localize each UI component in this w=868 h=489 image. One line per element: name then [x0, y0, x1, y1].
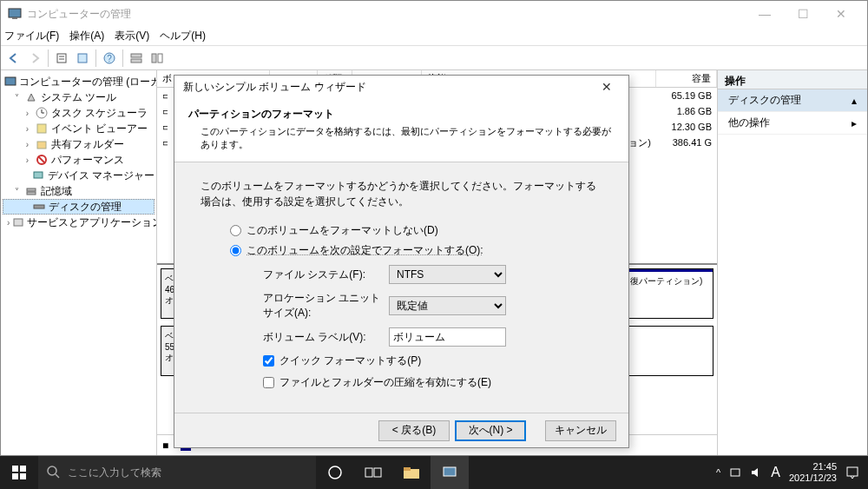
- compress-row[interactable]: ファイルとフォルダーの圧縮を有効にする(E): [263, 375, 602, 390]
- menu-help[interactable]: ヘルプ(H): [160, 29, 206, 43]
- tree-event-viewer[interactable]: ›イベント ビューアー: [3, 121, 155, 136]
- minimize-button[interactable]: —: [746, 2, 784, 26]
- collapse-icon: ▴: [852, 95, 857, 107]
- filesystem-select[interactable]: NTFS: [389, 265, 506, 284]
- nav-tree[interactable]: コンピューターの管理 (ローカル) ˅システム ツール ›タスク スケジューラ …: [1, 70, 157, 455]
- actions-disk-management[interactable]: ディスクの管理 ▴: [718, 89, 867, 112]
- chevron-right-icon: ▸: [852, 117, 857, 129]
- task-view-icon[interactable]: [354, 456, 392, 489]
- svg-point-29: [48, 466, 56, 475]
- radio-no-format-row[interactable]: このボリュームをフォーマットしない(D): [230, 223, 602, 238]
- volume-label-input[interactable]: [389, 327, 506, 347]
- forward-button[interactable]: [25, 49, 44, 68]
- tree-system-tools[interactable]: ˅システム ツール: [3, 89, 155, 105]
- svg-rect-2: [57, 54, 66, 63]
- allocation-select[interactable]: 既定値: [389, 296, 506, 315]
- disk-0-recovery-partition[interactable]: 復パーティション): [626, 269, 713, 318]
- format-partition-dialog: 新しいシンプル ボリューム ウィザード ✕ パーティションのフォーマット このパ…: [174, 75, 629, 448]
- back-button[interactable]: < 戻る(B): [378, 420, 450, 441]
- window-title: コンピューターの管理: [27, 7, 746, 22]
- view-button-1[interactable]: [127, 49, 146, 68]
- quick-format-checkbox[interactable]: [263, 355, 274, 367]
- menu-view[interactable]: 表示(V): [115, 29, 149, 43]
- radio-no-format[interactable]: [230, 225, 241, 236]
- compress-checkbox[interactable]: [263, 377, 274, 388]
- volume-icon[interactable]: [750, 466, 762, 479]
- dialog-header: パーティションのフォーマット このパーティションにデータを格納するには、最初にパ…: [174, 98, 628, 162]
- svg-rect-28: [20, 473, 26, 479]
- radio-no-format-label: このボリュームをフォーマットしない(D): [247, 223, 438, 238]
- tree-disk-management[interactable]: ディスクの管理: [3, 199, 155, 215]
- svg-rect-36: [444, 467, 456, 476]
- tree-root[interactable]: コンピューターの管理 (ローカル): [3, 74, 155, 89]
- radio-format-label: このボリュームを次の設定でフォーマットする(O):: [247, 243, 483, 258]
- system-tray[interactable]: ^ A 21:45 2021/12/23: [707, 461, 868, 484]
- start-button[interactable]: [0, 456, 38, 489]
- dialog-titlebar: 新しいシンプル ボリューム ウィザード ✕: [174, 76, 628, 98]
- volume-label-row: ボリューム ラベル(V):: [263, 327, 602, 347]
- svg-rect-20: [34, 172, 43, 178]
- computer-management-icon[interactable]: [431, 456, 469, 489]
- search-placeholder: ここに入力して検索: [68, 466, 161, 480]
- allocation-row: アロケーション ユニット サイズ(A): 既定値: [263, 291, 602, 320]
- cortana-icon[interactable]: [316, 456, 354, 489]
- maximize-button[interactable]: ☐: [784, 2, 822, 26]
- svg-rect-26: [20, 466, 26, 472]
- quick-format-row[interactable]: クイック フォーマットする(P): [263, 354, 602, 368]
- svg-rect-38: [847, 467, 858, 476]
- tree-task-scheduler[interactable]: ›タスク スケジューラ: [3, 105, 155, 121]
- tree-device-manager[interactable]: デバイス マネージャー: [3, 168, 155, 183]
- radio-format-row[interactable]: このボリュームを次の設定でフォーマットする(O):: [230, 243, 602, 258]
- actions-other[interactable]: 他の操作 ▸: [718, 112, 867, 135]
- svg-rect-32: [365, 468, 372, 477]
- menu-action[interactable]: 操作(A): [69, 29, 104, 43]
- help-button[interactable]: ?: [100, 49, 119, 68]
- view-button-2[interactable]: [148, 49, 167, 68]
- network-icon[interactable]: [729, 466, 741, 479]
- tree-storage[interactable]: ˅記憶域: [3, 183, 155, 199]
- radio-format[interactable]: [230, 245, 241, 256]
- properties-button[interactable]: [52, 49, 71, 68]
- search-icon: [47, 466, 61, 479]
- tree-shared-folders[interactable]: ›共有フォルダー: [3, 136, 155, 152]
- svg-point-31: [329, 466, 341, 479]
- svg-line-30: [56, 474, 59, 478]
- volume-label-label: ボリューム ラベル(V):: [263, 330, 389, 345]
- explorer-icon[interactable]: [392, 456, 431, 489]
- dialog-title: 新しいシンプル ボリューム ウィザード: [183, 80, 594, 95]
- svg-rect-21: [27, 188, 36, 191]
- svg-rect-24: [14, 219, 23, 226]
- back-button[interactable]: [4, 49, 23, 68]
- notification-icon[interactable]: [845, 466, 859, 479]
- legend-unallocated-icon: ■: [162, 439, 168, 452]
- next-button[interactable]: 次へ(N) >: [455, 420, 526, 441]
- ime-indicator[interactable]: A: [771, 465, 780, 480]
- date: 2021/12/23: [789, 472, 837, 484]
- allocation-label: アロケーション ユニット サイズ(A):: [263, 291, 389, 320]
- svg-text:?: ?: [107, 54, 112, 63]
- refresh-button[interactable]: [73, 49, 92, 68]
- taskbar[interactable]: ここに入力して検索 ^ A 21:45 2021/12/23: [0, 456, 868, 489]
- svg-rect-16: [37, 124, 46, 133]
- svg-rect-27: [12, 473, 18, 479]
- col-capacity[interactable]: 容量: [656, 70, 717, 87]
- dialog-close-button[interactable]: ✕: [594, 80, 620, 94]
- actions-pane: 操作 ディスクの管理 ▴ 他の操作 ▸: [718, 70, 867, 455]
- menu-file[interactable]: ファイル(F): [4, 29, 59, 43]
- svg-rect-0: [9, 9, 21, 17]
- search-box[interactable]: ここに入力して検索: [38, 456, 316, 489]
- close-button[interactable]: ✕: [822, 2, 860, 26]
- clock[interactable]: 21:45 2021/12/23: [789, 461, 837, 484]
- quick-format-label: クイック フォーマットする(P): [279, 354, 421, 368]
- menubar: ファイル(F) 操作(A) 表示(V) ヘルプ(H): [1, 27, 867, 46]
- tree-services-apps[interactable]: ›サービスとアプリケーション: [3, 215, 155, 230]
- svg-rect-23: [34, 205, 44, 208]
- svg-rect-12: [5, 77, 16, 85]
- cancel-button[interactable]: キャンセル: [545, 420, 616, 441]
- svg-rect-5: [78, 54, 87, 63]
- toolbar: ?: [1, 46, 867, 70]
- dialog-heading: パーティションのフォーマット: [188, 107, 615, 122]
- tray-chevron-icon[interactable]: ^: [716, 467, 720, 478]
- tree-performance[interactable]: ›パフォーマンス: [3, 152, 155, 168]
- svg-line-19: [38, 156, 45, 163]
